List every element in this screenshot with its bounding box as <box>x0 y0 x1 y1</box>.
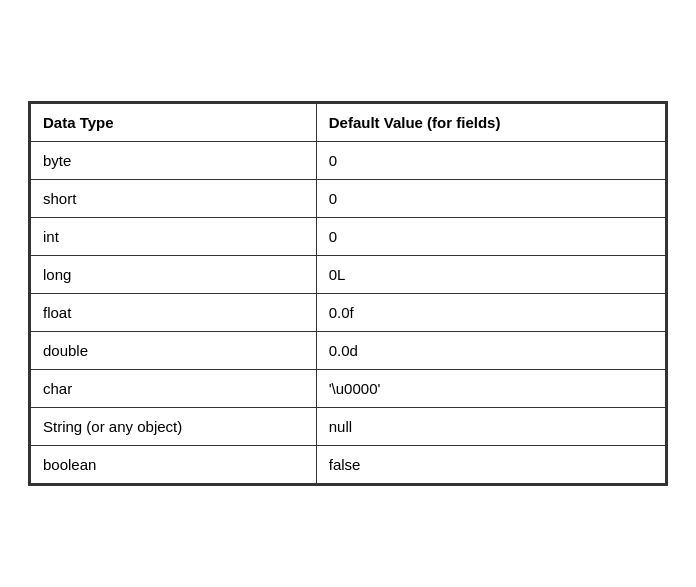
cell-type: short <box>31 180 317 218</box>
table-row: booleanfalse <box>31 446 666 484</box>
table-row: float0.0f <box>31 294 666 332</box>
cell-type: boolean <box>31 446 317 484</box>
cell-default: false <box>316 446 665 484</box>
header-default-value: Default Value (for fields) <box>316 104 665 142</box>
table-row: String (or any object)null <box>31 408 666 446</box>
data-type-table: Data Type Default Value (for fields) byt… <box>28 101 668 486</box>
cell-type: double <box>31 332 317 370</box>
cell-type: int <box>31 218 317 256</box>
cell-type: long <box>31 256 317 294</box>
cell-default: '\u0000' <box>316 370 665 408</box>
cell-default: 0 <box>316 218 665 256</box>
cell-type: float <box>31 294 317 332</box>
table-row: double0.0d <box>31 332 666 370</box>
table-header-row: Data Type Default Value (for fields) <box>31 104 666 142</box>
cell-default: null <box>316 408 665 446</box>
table-row: byte0 <box>31 142 666 180</box>
table-row: long0L <box>31 256 666 294</box>
table-row: int0 <box>31 218 666 256</box>
cell-type: byte <box>31 142 317 180</box>
cell-default: 0.0d <box>316 332 665 370</box>
table-row: short0 <box>31 180 666 218</box>
cell-default: 0L <box>316 256 665 294</box>
cell-default: 0 <box>316 180 665 218</box>
cell-type: char <box>31 370 317 408</box>
header-data-type: Data Type <box>31 104 317 142</box>
table-row: char'\u0000' <box>31 370 666 408</box>
cell-default: 0.0f <box>316 294 665 332</box>
cell-default: 0 <box>316 142 665 180</box>
cell-type: String (or any object) <box>31 408 317 446</box>
